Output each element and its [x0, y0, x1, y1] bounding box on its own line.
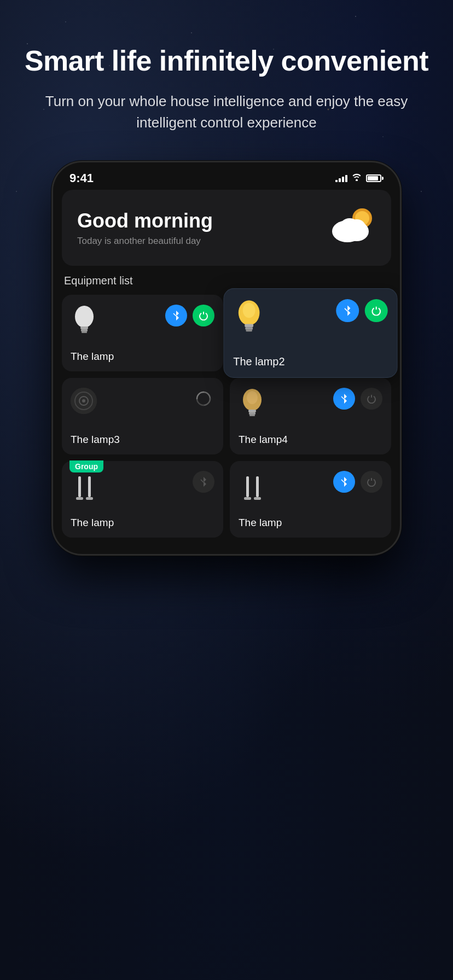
- svg-rect-27: [86, 497, 93, 500]
- svg-rect-8: [81, 329, 88, 331]
- floor-lamp-icon: [71, 471, 103, 509]
- battery-icon: [366, 174, 384, 182]
- phone-mockup: 9:41: [51, 161, 402, 556]
- device-card-lamp1[interactable]: The lamp: [62, 295, 223, 371]
- status-time: 9:41: [69, 171, 94, 185]
- morning-text: Good morning Today is another beautiful …: [77, 209, 213, 247]
- weather-icon: [327, 203, 376, 253]
- svg-rect-13: [245, 328, 253, 330]
- floor-lamp-icon-2: [239, 471, 271, 509]
- power-button-lamp6[interactable]: [361, 471, 382, 493]
- bulb-icon: [71, 305, 98, 340]
- bluetooth-button-lamp5[interactable]: [193, 471, 214, 493]
- device-card-top-lamp4: [239, 388, 382, 423]
- device-card-top-lamp5: [71, 471, 214, 509]
- device-name-lamp6: The lamp: [239, 517, 382, 529]
- device-card-top-lamp2: [233, 299, 387, 339]
- svg-point-5: [348, 219, 365, 235]
- power-button-lamp4[interactable]: [361, 388, 382, 410]
- svg-rect-30: [256, 476, 259, 497]
- section-title: Equipment list: [62, 275, 391, 287]
- svg-point-6: [75, 306, 94, 328]
- phone-frame: 9:41: [51, 161, 402, 556]
- device-controls: [165, 305, 214, 326]
- morning-greeting: Good morning: [77, 209, 213, 232]
- device-card-top-lamp6: [239, 471, 382, 509]
- svg-rect-31: [254, 497, 261, 500]
- svg-rect-21: [248, 410, 256, 412]
- wifi-icon: [352, 173, 362, 183]
- device-card-top-lamp3: [71, 388, 214, 414]
- signal-icon: [335, 174, 347, 182]
- svg-rect-25: [76, 497, 83, 500]
- svg-rect-12: [245, 324, 253, 328]
- device-controls-lamp5: [193, 471, 214, 493]
- morning-subtext: Today is another beautiful day: [77, 236, 213, 247]
- group-badge: Group: [69, 460, 103, 472]
- status-bar: 9:41: [53, 162, 400, 190]
- svg-rect-28: [246, 476, 249, 497]
- status-icons: [335, 173, 384, 183]
- device-name-lamp5: The lamp: [71, 517, 214, 529]
- bluetooth-button-lamp4[interactable]: [333, 388, 355, 410]
- svg-rect-23: [249, 415, 255, 416]
- device-controls-lamp4: [333, 388, 382, 410]
- device-name-lamp1: The lamp: [71, 351, 214, 363]
- device-card-lamp2[interactable]: The lamp2: [223, 288, 397, 378]
- svg-point-18: [82, 399, 85, 402]
- device-card-top: [71, 305, 214, 340]
- svg-rect-22: [249, 412, 255, 415]
- equipment-section: Equipment list: [53, 275, 400, 538]
- device-controls-lamp2: [336, 299, 388, 322]
- svg-point-20: [247, 391, 258, 404]
- svg-rect-14: [246, 330, 252, 331]
- bulb-icon-lamp2: [233, 299, 265, 339]
- device-grid: The lamp: [62, 295, 391, 538]
- device-card-lamp5[interactable]: Group: [62, 461, 223, 538]
- device-card-lamp3[interactable]: The lamp3: [62, 378, 223, 454]
- hero-subtitle: Turn on your whole house intelligence an…: [0, 78, 453, 133]
- speaker-icon: [71, 388, 97, 414]
- page-content: Smart life infinitely convenient Turn on…: [0, 0, 453, 556]
- phone-content: Good morning Today is another beautiful …: [53, 190, 400, 554]
- device-name-lamp3: The lamp3: [71, 434, 214, 446]
- hero-title: Smart life infinitely convenient: [3, 44, 450, 78]
- device-card-lamp4[interactable]: The lamp4: [230, 378, 391, 454]
- power-button-lamp1[interactable]: [193, 305, 214, 326]
- device-card-lamp6[interactable]: The lamp: [230, 461, 391, 538]
- device-name-lamp2: The lamp2: [233, 355, 387, 368]
- bluetooth-button-lamp1[interactable]: [165, 305, 187, 326]
- device-name-lamp4: The lamp4: [239, 434, 382, 446]
- svg-rect-26: [88, 476, 91, 497]
- loading-spinner: [193, 388, 214, 410]
- bluetooth-button-lamp2[interactable]: [336, 299, 359, 322]
- svg-rect-24: [78, 476, 81, 497]
- morning-card: Good morning Today is another beautiful …: [62, 190, 391, 266]
- bulb-icon-lamp4: [239, 388, 266, 423]
- device-controls-lamp3: [193, 388, 214, 410]
- bluetooth-button-lamp6[interactable]: [333, 471, 355, 493]
- svg-rect-29: [244, 497, 251, 500]
- svg-rect-7: [80, 326, 88, 329]
- device-controls-lamp6: [333, 471, 382, 493]
- svg-rect-9: [82, 331, 87, 333]
- power-button-lamp2[interactable]: [365, 299, 388, 322]
